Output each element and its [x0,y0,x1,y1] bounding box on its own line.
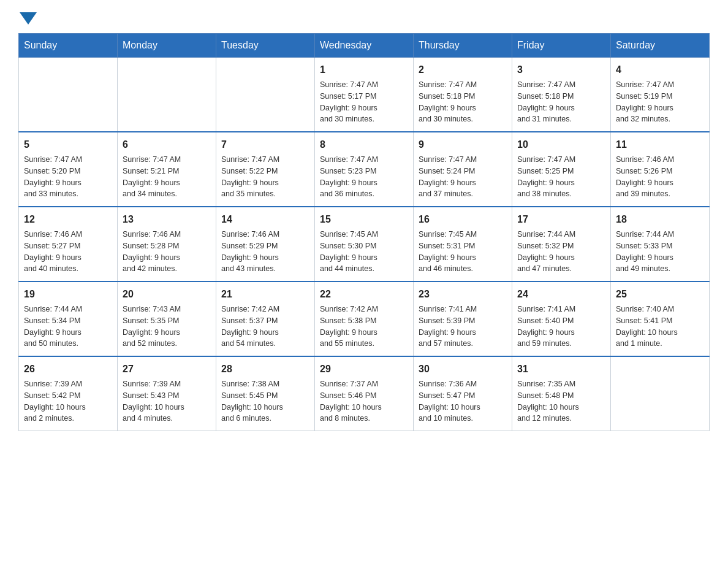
calendar-day-cell: 24Sunrise: 7:41 AMSunset: 5:40 PMDayligh… [512,282,611,356]
calendar-day-cell: 17Sunrise: 7:44 AMSunset: 5:32 PMDayligh… [512,207,611,282]
day-number: 25 [616,287,704,302]
day-number: 19 [24,287,112,302]
calendar-day-cell: 22Sunrise: 7:42 AMSunset: 5:38 PMDayligh… [315,282,414,356]
calendar-body: 1Sunrise: 7:47 AMSunset: 5:17 PMDaylight… [19,58,710,431]
calendar-header: SundayMondayTuesdayWednesdayThursdayFrid… [19,34,710,58]
day-number: 20 [123,287,211,302]
day-info: Sunrise: 7:42 AMSunset: 5:37 PMDaylight:… [221,304,309,350]
day-number: 14 [221,212,309,227]
calendar-day-cell: 2Sunrise: 7:47 AMSunset: 5:18 PMDaylight… [414,58,512,132]
day-header-thursday: Thursday [414,34,512,58]
day-info: Sunrise: 7:37 AMSunset: 5:46 PMDaylight:… [320,378,408,424]
empty-cell [216,58,315,132]
day-info: Sunrise: 7:40 AMSunset: 5:41 PMDaylight:… [616,304,704,350]
calendar-day-cell: 25Sunrise: 7:40 AMSunset: 5:41 PMDayligh… [611,282,710,356]
day-number: 11 [616,137,704,152]
day-info: Sunrise: 7:44 AMSunset: 5:32 PMDaylight:… [517,229,605,275]
day-header-friday: Friday [512,34,611,58]
day-number: 17 [517,212,605,227]
day-info: Sunrise: 7:47 AMSunset: 5:21 PMDaylight:… [123,154,211,200]
day-info: Sunrise: 7:47 AMSunset: 5:25 PMDaylight:… [517,154,605,200]
day-info: Sunrise: 7:44 AMSunset: 5:33 PMDaylight:… [616,229,704,275]
logo [18,12,38,22]
day-number: 24 [517,287,605,302]
day-number: 26 [24,362,112,377]
day-number: 22 [320,287,408,302]
page-header [18,12,710,22]
calendar-week-row: 12Sunrise: 7:46 AMSunset: 5:27 PMDayligh… [19,207,710,282]
day-info: Sunrise: 7:41 AMSunset: 5:39 PMDaylight:… [419,304,507,350]
calendar-day-cell: 4Sunrise: 7:47 AMSunset: 5:19 PMDaylight… [611,58,710,132]
day-number: 16 [419,212,507,227]
day-info: Sunrise: 7:45 AMSunset: 5:31 PMDaylight:… [419,229,507,275]
calendar-day-cell: 30Sunrise: 7:36 AMSunset: 5:47 PMDayligh… [414,356,512,431]
empty-cell [19,58,118,132]
day-info: Sunrise: 7:46 AMSunset: 5:28 PMDaylight:… [123,229,211,275]
day-number: 15 [320,212,408,227]
calendar-day-cell: 14Sunrise: 7:46 AMSunset: 5:29 PMDayligh… [216,207,315,282]
calendar-day-cell: 19Sunrise: 7:44 AMSunset: 5:34 PMDayligh… [19,282,118,356]
day-info: Sunrise: 7:47 AMSunset: 5:19 PMDaylight:… [616,79,704,125]
logo-arrow-icon [20,12,37,25]
empty-cell [118,58,216,132]
day-number: 31 [517,362,605,377]
day-info: Sunrise: 7:39 AMSunset: 5:42 PMDaylight:… [24,378,112,424]
day-number: 18 [616,212,704,227]
calendar-week-row: 26Sunrise: 7:39 AMSunset: 5:42 PMDayligh… [19,356,710,431]
days-of-week-row: SundayMondayTuesdayWednesdayThursdayFrid… [19,34,710,58]
calendar-day-cell: 1Sunrise: 7:47 AMSunset: 5:17 PMDaylight… [315,58,414,132]
day-number: 12 [24,212,112,227]
calendar-day-cell: 8Sunrise: 7:47 AMSunset: 5:23 PMDaylight… [315,132,414,207]
calendar-day-cell: 26Sunrise: 7:39 AMSunset: 5:42 PMDayligh… [19,356,118,431]
calendar-day-cell: 10Sunrise: 7:47 AMSunset: 5:25 PMDayligh… [512,132,611,207]
day-info: Sunrise: 7:39 AMSunset: 5:43 PMDaylight:… [123,378,211,424]
calendar-day-cell: 16Sunrise: 7:45 AMSunset: 5:31 PMDayligh… [414,207,512,282]
calendar-day-cell: 28Sunrise: 7:38 AMSunset: 5:45 PMDayligh… [216,356,315,431]
day-header-sunday: Sunday [19,34,118,58]
calendar-week-row: 19Sunrise: 7:44 AMSunset: 5:34 PMDayligh… [19,282,710,356]
day-info: Sunrise: 7:47 AMSunset: 5:17 PMDaylight:… [320,79,408,125]
day-info: Sunrise: 7:46 AMSunset: 5:27 PMDaylight:… [24,229,112,275]
calendar-day-cell: 27Sunrise: 7:39 AMSunset: 5:43 PMDayligh… [118,356,216,431]
day-number: 8 [320,137,408,152]
calendar-day-cell: 7Sunrise: 7:47 AMSunset: 5:22 PMDaylight… [216,132,315,207]
calendar-day-cell: 12Sunrise: 7:46 AMSunset: 5:27 PMDayligh… [19,207,118,282]
day-number: 29 [320,362,408,377]
calendar-day-cell: 6Sunrise: 7:47 AMSunset: 5:21 PMDaylight… [118,132,216,207]
day-number: 21 [221,287,309,302]
day-header-monday: Monday [118,34,216,58]
day-info: Sunrise: 7:46 AMSunset: 5:29 PMDaylight:… [221,229,309,275]
day-number: 1 [320,63,408,77]
day-info: Sunrise: 7:35 AMSunset: 5:48 PMDaylight:… [517,378,605,424]
day-number: 30 [419,362,507,377]
day-number: 28 [221,362,309,377]
day-number: 10 [517,137,605,152]
day-info: Sunrise: 7:45 AMSunset: 5:30 PMDaylight:… [320,229,408,275]
day-number: 4 [616,63,704,77]
calendar-day-cell: 29Sunrise: 7:37 AMSunset: 5:46 PMDayligh… [315,356,414,431]
day-header-saturday: Saturday [611,34,710,58]
day-info: Sunrise: 7:46 AMSunset: 5:26 PMDaylight:… [616,154,704,200]
day-info: Sunrise: 7:42 AMSunset: 5:38 PMDaylight:… [320,304,408,350]
calendar-day-cell: 15Sunrise: 7:45 AMSunset: 5:30 PMDayligh… [315,207,414,282]
calendar-day-cell: 20Sunrise: 7:43 AMSunset: 5:35 PMDayligh… [118,282,216,356]
calendar-day-cell: 5Sunrise: 7:47 AMSunset: 5:20 PMDaylight… [19,132,118,207]
day-info: Sunrise: 7:47 AMSunset: 5:18 PMDaylight:… [419,79,507,125]
day-number: 7 [221,137,309,152]
calendar-day-cell: 31Sunrise: 7:35 AMSunset: 5:48 PMDayligh… [512,356,611,431]
calendar-table: SundayMondayTuesdayWednesdayThursdayFrid… [18,33,710,431]
calendar-week-row: 1Sunrise: 7:47 AMSunset: 5:17 PMDaylight… [19,58,710,132]
day-info: Sunrise: 7:47 AMSunset: 5:18 PMDaylight:… [517,79,605,125]
day-info: Sunrise: 7:47 AMSunset: 5:23 PMDaylight:… [320,154,408,200]
calendar-day-cell: 21Sunrise: 7:42 AMSunset: 5:37 PMDayligh… [216,282,315,356]
day-number: 13 [123,212,211,227]
day-info: Sunrise: 7:36 AMSunset: 5:47 PMDaylight:… [419,378,507,424]
day-number: 6 [123,137,211,152]
empty-cell [611,356,710,431]
day-info: Sunrise: 7:47 AMSunset: 5:24 PMDaylight:… [419,154,507,200]
day-info: Sunrise: 7:41 AMSunset: 5:40 PMDaylight:… [517,304,605,350]
day-header-tuesday: Tuesday [216,34,315,58]
day-info: Sunrise: 7:38 AMSunset: 5:45 PMDaylight:… [221,378,309,424]
calendar-week-row: 5Sunrise: 7:47 AMSunset: 5:20 PMDaylight… [19,132,710,207]
day-header-wednesday: Wednesday [315,34,414,58]
